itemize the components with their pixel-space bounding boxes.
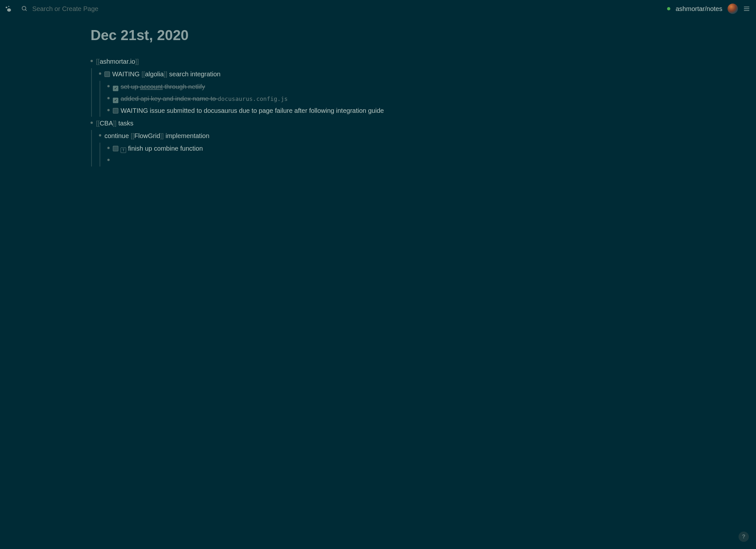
block-row[interactable]: [[CBA]] tasks <box>91 117 411 129</box>
avatar[interactable] <box>728 4 738 14</box>
search-wrap <box>21 5 667 13</box>
todo-checkbox[interactable] <box>104 71 110 77</box>
bullet-icon[interactable] <box>91 60 93 62</box>
logo-icon[interactable] <box>5 5 12 13</box>
bullet-icon[interactable] <box>107 97 110 99</box>
block-row[interactable]: set up account through netlify <box>107 81 411 93</box>
bullet-icon[interactable] <box>91 122 93 124</box>
help-button[interactable]: ? <box>739 532 749 542</box>
page-link[interactable]: [[FlowGrid]] <box>131 132 164 139</box>
page-link-text: ashmortar.io <box>100 58 135 65</box>
template-badge-icon[interactable]: T <box>121 147 126 153</box>
block-content[interactable] <box>113 156 411 166</box>
page-link-text: algolia <box>145 70 164 78</box>
block-content[interactable]: [[CBA]] tasks <box>96 118 411 128</box>
text: tasks <box>116 120 133 127</box>
search-input[interactable] <box>32 5 667 13</box>
block: Tfinish up combine function <box>107 143 411 155</box>
svg-line-4 <box>25 9 27 11</box>
block-row[interactable]: WAITING issue submitted to docusaurus du… <box>107 105 411 117</box>
svg-point-0 <box>6 7 7 8</box>
block: WAITING issue submitted to docusaurus du… <box>107 105 411 117</box>
repo-label[interactable]: ashmortar/notes <box>675 5 722 13</box>
block-row[interactable]: Tfinish up combine function <box>107 143 411 155</box>
block-content[interactable]: [[ashmortar.io]] <box>96 57 411 67</box>
todo-checkbox-checked[interactable] <box>113 86 118 91</box>
block-content[interactable]: added api key and index name to docusaur… <box>113 94 411 104</box>
done-text: added api key and index name to <box>121 95 218 102</box>
block: WAITING [[algolia]] search integration s… <box>99 68 411 117</box>
inline-code: docusaurus.config.js <box>218 95 288 102</box>
bullet-icon[interactable] <box>99 134 101 136</box>
block: continue [[FlowGrid]] implementation Tfi… <box>99 130 411 167</box>
bullet-icon[interactable] <box>107 85 110 87</box>
status-dot-icon <box>667 7 670 10</box>
bullet-icon[interactable] <box>107 109 110 111</box>
svg-point-3 <box>22 6 26 10</box>
children: Tfinish up combine function <box>100 143 411 167</box>
done-text: set up account through netlify <box>121 83 205 90</box>
header-left <box>5 5 667 13</box>
block: [[CBA]] tasks continue [[FlowGrid]] impl… <box>91 117 411 167</box>
text: implementation <box>164 132 209 139</box>
block-content[interactable]: WAITING issue submitted to docusaurus du… <box>113 106 411 116</box>
hamburger-menu-icon[interactable] <box>743 5 750 12</box>
block-content[interactable]: Tfinish up combine function <box>113 144 411 154</box>
text: issue submitted to docusaurus due to pag… <box>148 107 384 114</box>
svg-point-1 <box>8 6 9 7</box>
block-row[interactable]: WAITING [[algolia]] search integration <box>99 68 411 80</box>
block-content[interactable]: set up account through netlify <box>113 82 411 92</box>
status-label: WAITING <box>112 70 140 78</box>
page-link[interactable]: [[ashmortar.io]] <box>96 58 139 65</box>
children: WAITING [[algolia]] search integration s… <box>91 68 411 117</box>
page-link-text: CBA <box>100 120 113 127</box>
page-link[interactable]: [[algolia]] <box>141 70 167 78</box>
text: search integration <box>167 70 221 78</box>
header-right: ashmortar/notes <box>667 4 750 14</box>
status-label: WAITING <box>121 107 148 114</box>
bullet-icon[interactable] <box>99 72 101 75</box>
header: ashmortar/notes <box>0 0 756 17</box>
block: [[ashmortar.io]] WAITING [[algolia]] sea… <box>91 56 411 117</box>
page-link[interactable]: [[CBA]] <box>96 120 116 127</box>
page-content: Dec 21st, 2020 [[ashmortar.io]] WAITING … <box>91 17 411 167</box>
todo-checkbox[interactable] <box>113 108 118 113</box>
block-row[interactable]: added api key and index name to docusaur… <box>107 93 411 105</box>
block-content[interactable]: continue [[FlowGrid]] implementation <box>104 131 411 141</box>
search-icon <box>21 5 28 12</box>
children: continue [[FlowGrid]] implementation Tfi… <box>91 130 411 167</box>
page-link-text: FlowGrid <box>134 132 160 139</box>
page-title[interactable]: Dec 21st, 2020 <box>91 27 411 43</box>
bullet-icon[interactable] <box>107 159 110 161</box>
block-row[interactable]: [[ashmortar.io]] <box>91 56 411 68</box>
bullet-icon[interactable] <box>107 147 110 149</box>
text: finish up combine function <box>128 145 203 152</box>
todo-checkbox[interactable] <box>113 146 118 151</box>
block: set up account through netlify <box>107 81 411 93</box>
todo-checkbox-checked[interactable] <box>113 98 118 103</box>
outline: [[ashmortar.io]] WAITING [[algolia]] sea… <box>91 56 411 167</box>
block: added api key and index name to docusaur… <box>107 93 411 105</box>
block-row[interactable] <box>107 155 411 167</box>
block-content[interactable]: WAITING [[algolia]] search integration <box>104 69 411 79</box>
text: continue <box>104 132 131 139</box>
children: set up account through netlify added api… <box>100 81 411 117</box>
svg-point-2 <box>7 8 11 12</box>
block-row[interactable]: continue [[FlowGrid]] implementation <box>99 130 411 142</box>
block <box>107 155 411 167</box>
